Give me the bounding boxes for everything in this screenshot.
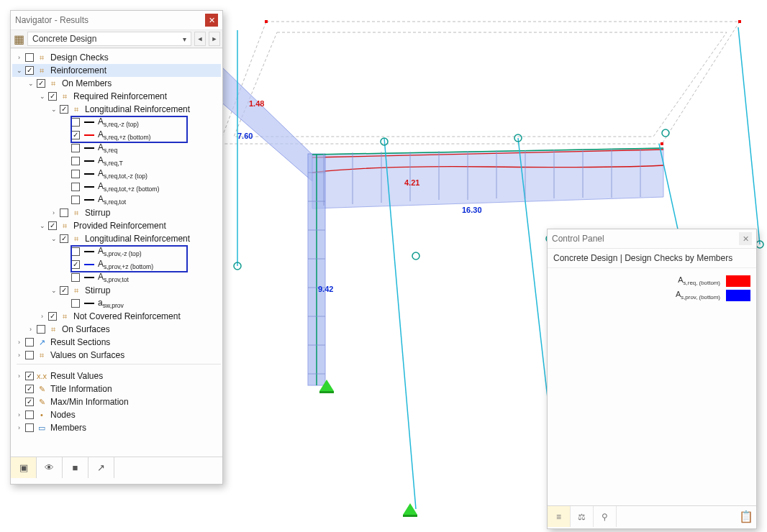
navigator-title: Navigator - Results (15, 15, 88, 25)
tree-toggle[interactable]: › (15, 372, 23, 380)
tree-row[interactable]: ›▭Members (12, 421, 221, 434)
tree-checkbox[interactable] (60, 286, 68, 295)
cp-settings-button[interactable]: 📋 (736, 506, 756, 527)
tree-row[interactable]: As,req,tot (12, 193, 221, 206)
tree-toggle[interactable]: › (15, 339, 23, 346)
tree-checkbox[interactable] (37, 325, 45, 334)
tree-row[interactable]: ›↗Result Sections (12, 336, 221, 349)
tree-label: Stirrup (83, 208, 110, 218)
tree-row[interactable]: ⌄⌗Reinforcement (12, 64, 221, 77)
tree-row[interactable]: ✎Max/Min Information (12, 395, 221, 408)
tree-checkbox[interactable] (25, 372, 34, 380)
tree-toggle[interactable]: › (27, 326, 35, 333)
tree-row[interactable]: ›x.xResult Values (12, 370, 221, 382)
tree-checkbox[interactable] (48, 312, 57, 321)
tree-toggle[interactable]: › (15, 411, 23, 418)
toolbar-apply-button[interactable]: ▣ (11, 457, 37, 478)
prev-button[interactable]: ◄ (194, 32, 206, 46)
close-icon[interactable]: ✕ (205, 14, 218, 27)
tree-checkbox[interactable] (71, 183, 80, 191)
tree-row[interactable]: ⌄⌗Longitudinal Reinforcement (12, 232, 221, 245)
toolbar-camera-button[interactable]: ■ (63, 457, 88, 478)
tree-checkbox[interactable] (71, 170, 80, 178)
tree-toggle[interactable]: › (38, 313, 46, 320)
tree-checkbox[interactable] (71, 157, 80, 165)
tree-row[interactable]: ⌄⌗Provided Reinforcement (12, 219, 221, 232)
tree-checkbox[interactable] (37, 79, 45, 88)
result-line-icon (84, 160, 94, 162)
tree-checkbox[interactable] (71, 131, 80, 139)
toolbar-results-button[interactable]: ↗ (88, 457, 114, 478)
tree-row[interactable]: As,req,tot,-z (top) (12, 168, 221, 180)
tree-row[interactable]: As,req,T (12, 155, 221, 168)
tree-checkbox[interactable] (71, 273, 80, 282)
tree-row[interactable]: ›⌗Stirrup (12, 206, 221, 219)
navigator-combo[interactable]: Concrete Design ▾ (27, 32, 191, 46)
tree-toggle[interactable]: ⌄ (15, 67, 23, 74)
tree-checkbox[interactable] (25, 66, 34, 75)
cp-legend-button[interactable]: ≡ (548, 506, 571, 527)
tree-toggle[interactable]: › (15, 54, 23, 61)
tree-toggle[interactable]: › (15, 424, 23, 431)
tree-label: Nodes (49, 410, 76, 420)
val-icon: x.x (36, 371, 47, 381)
cp-scale-button[interactable]: ⚖ (571, 506, 594, 527)
tree-toggle[interactable]: ⌄ (50, 235, 58, 242)
tree-toggle[interactable]: ⌄ (38, 93, 46, 100)
rebar-icon: ⌗ (47, 78, 59, 88)
tree-row[interactable]: ✎Title Information (12, 382, 221, 395)
tree-row[interactable]: ›⌗Values on Surfaces (12, 349, 221, 362)
tree-row[interactable]: ›⌗Not Covered Reinforcement (12, 310, 221, 323)
tree-row[interactable]: ⌄⌗Required Reinforcement (12, 90, 221, 103)
tree-row[interactable]: ›•Nodes (12, 408, 221, 421)
tree-toggle[interactable]: › (50, 209, 58, 216)
tree-row[interactable]: ⌄⌗Stirrup (12, 284, 221, 297)
navigator-title-bar[interactable]: Navigator - Results ✕ (11, 11, 222, 30)
next-button[interactable]: ► (209, 32, 220, 46)
tree-row[interactable]: ⌄⌗Longitudinal Reinforcement (12, 103, 221, 116)
tree-checkbox[interactable] (71, 299, 80, 308)
tree-row[interactable]: As,prov,tot (12, 271, 221, 284)
tree-row[interactable]: As,prov,-z (top) (12, 245, 221, 258)
tree-row[interactable]: As,req,tot,+z (bottom) (12, 180, 221, 193)
tree-label: As,req,tot (96, 194, 126, 206)
tree-checkbox[interactable] (25, 53, 34, 62)
tree-checkbox[interactable] (71, 196, 80, 204)
tree-checkbox[interactable] (71, 118, 80, 127)
tree-toggle[interactable]: ⌄ (50, 287, 58, 294)
cp-filter-button[interactable]: ⚲ (594, 506, 617, 527)
tree-checkbox[interactable] (60, 208, 68, 217)
tree-toggle[interactable]: › (15, 352, 23, 359)
tree-row[interactable]: ›⌗Design Checks (12, 51, 221, 64)
svg-point-17 (412, 252, 419, 260)
toolbar-view-button[interactable]: 👁 (37, 457, 63, 478)
tree-toggle[interactable]: ⌄ (27, 80, 35, 87)
tree-row[interactable]: ›⌗On Surfaces (12, 323, 221, 336)
tree-checkbox[interactable] (71, 260, 80, 269)
tree-checkbox[interactable] (60, 105, 68, 114)
tree-checkbox[interactable] (25, 398, 34, 406)
tree-checkbox[interactable] (25, 385, 34, 393)
tree-row[interactable]: As,req (12, 142, 221, 155)
tree-checkbox[interactable] (60, 234, 68, 243)
tree-checkbox[interactable] (71, 247, 80, 256)
tree-checkbox[interactable] (48, 92, 57, 101)
tree-row[interactable]: ⌄⌗On Members (12, 77, 221, 90)
tree-toggle[interactable]: ⌄ (38, 222, 46, 229)
control-panel-title-bar[interactable]: Control Panel ✕ (548, 229, 756, 249)
navigator-tree[interactable]: ›⌗Design Checks⌄⌗Reinforcement⌄⌗On Membe… (11, 48, 222, 457)
close-icon[interactable]: ✕ (739, 232, 752, 245)
tree-checkbox[interactable] (25, 351, 34, 359)
tree-row[interactable]: As,prov,+z (bottom) (12, 258, 221, 271)
tree-checkbox[interactable] (25, 411, 34, 419)
result-value-label: 1.48 (249, 99, 264, 108)
tree-label: Provided Reinforcement (72, 221, 166, 231)
tree-checkbox[interactable] (71, 144, 80, 152)
tree-row[interactable]: As,req,+z (bottom) (12, 129, 221, 142)
tree-row[interactable]: asw,prov (12, 297, 221, 310)
tree-checkbox[interactable] (25, 338, 34, 347)
tree-checkbox[interactable] (48, 221, 57, 230)
tree-row[interactable]: As,req,-z (top) (12, 116, 221, 129)
tree-checkbox[interactable] (25, 423, 34, 432)
tree-toggle[interactable]: ⌄ (50, 106, 58, 113)
